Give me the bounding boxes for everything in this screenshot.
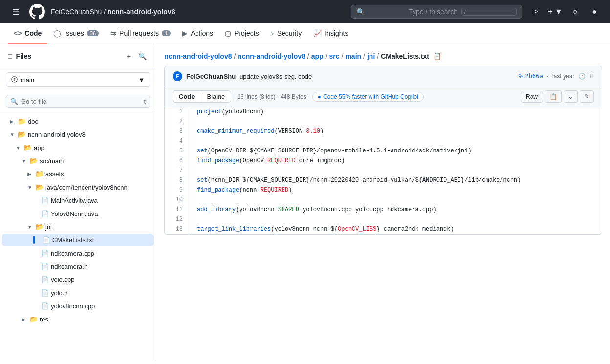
code-toolbar: Code Blame 13 lines (8 loc) · 448 Bytes … <box>165 86 602 107</box>
tree-item-java[interactable]: ▼ 📂 java/com/tencent/yolov8ncnn <box>2 181 154 193</box>
tree-item-assets[interactable]: ▶ 📁 assets <box>2 168 154 180</box>
search-placeholder: Type / to search <box>409 8 458 16</box>
code-content: 1 project(yolov8ncnn) 2 3 cmake_minimum_… <box>165 107 602 234</box>
code-line-7: 7 <box>165 166 602 175</box>
line-code: add_library(yolov8ncnn SHARED yolov8ncnn… <box>189 205 602 214</box>
tab-pr-label: Pull requests <box>119 29 159 37</box>
line-code: find_package(OpenCV REQUIRED core imgpro… <box>189 156 602 166</box>
repo-name[interactable]: ncnn-android-yolov8 <box>108 8 175 16</box>
chevron-down-icon: ▼ <box>138 76 145 84</box>
notifications-button[interactable]: ○ <box>567 4 583 20</box>
copilot-label: Code 55% faster with GitHub Copilot <box>323 93 418 100</box>
breadcrumb-current: CMakeLists.txt <box>381 52 429 60</box>
tab-code[interactable]: <> Code <box>8 23 47 44</box>
line-number: 6 <box>165 156 189 166</box>
search-file-button[interactable]: 🔍 <box>136 50 148 62</box>
code-line-5: 5 set(OpenCV_DIR ${CMAKE_SOURCE_DIR}/ope… <box>165 146 602 156</box>
edit-button[interactable]: ✎ <box>580 90 594 103</box>
search-icon: 🔍 <box>356 8 406 16</box>
code-meta: 13 lines (8 loc) · 448 Bytes <box>237 93 306 100</box>
terminal-button[interactable]: > <box>528 4 544 20</box>
tree-item-yolov8ncnn-cpp[interactable]: 📄 yolov8ncnn.cpp <box>2 300 154 312</box>
hamburger-button[interactable]: ☰ <box>8 4 23 20</box>
tree-item-cmakelists[interactable]: 📄 CMakeLists.txt <box>2 234 154 246</box>
copilot-icon: ● <box>318 93 321 100</box>
download-button[interactable]: ⇓ <box>564 90 578 103</box>
active-indicator <box>33 236 35 244</box>
content-area: ncnn-android-yolov8 / ncnn-android-yolov… <box>156 44 610 361</box>
tree-item-yolo-h[interactable]: 📄 yolo.h <box>2 286 154 299</box>
tab-actions[interactable]: ▶ Actions <box>176 23 219 44</box>
tree-item-res[interactable]: ▶ 📁 res <box>2 313 154 325</box>
tree-item-ndkcamera-h[interactable]: 📄 ndkcamera.h <box>2 260 154 273</box>
chevron-right-icon: ▶ <box>10 119 16 124</box>
line-code: project(yolov8ncnn) <box>189 107 602 117</box>
tree-item-label: ncnn-android-yolov8 <box>28 131 86 138</box>
line-code: set(ncnn_DIR ${CMAKE_SOURCE_DIR}/ncnn-20… <box>189 175 602 185</box>
breadcrumb-link-6[interactable]: jni <box>367 52 375 60</box>
tree-item-yolo-cpp[interactable]: 📄 yolo.cpp <box>2 273 154 286</box>
file-icon: 📄 <box>43 236 50 244</box>
copilot-badge[interactable]: ● Code 55% faster with GitHub Copilot <box>312 92 424 102</box>
line-code <box>189 117 602 127</box>
breadcrumb-link-2[interactable]: ncnn-android-yolov8 <box>238 52 305 60</box>
tab-blame-button[interactable]: Blame <box>201 90 232 103</box>
breadcrumb-link-1[interactable]: ncnn-android-yolov8 <box>164 52 232 60</box>
file-search-icon: 🔍 <box>10 98 18 105</box>
sidebar-header: □ Files + 🔍 <box>0 44 156 68</box>
line-number: 11 <box>165 205 189 214</box>
top-navigation: ☰ FeiGeChuanShu / ncnn-android-yolov8 🔍 … <box>0 0 610 23</box>
line-code: target_link_libraries(yolov8ncnn ncnn ${… <box>189 224 602 234</box>
plus-button[interactable]: + ▼ <box>547 4 563 20</box>
tree-item-label: yolo.cpp <box>51 276 74 283</box>
commit-hash[interactable]: 9c2b66a <box>518 73 543 80</box>
folder-icon: 📁 <box>35 170 44 178</box>
chevron-right-icon: ▶ <box>27 171 33 177</box>
add-file-button[interactable]: + <box>123 50 134 62</box>
tab-code-button[interactable]: Code <box>173 90 201 103</box>
tab-pull-requests[interactable]: ⇆ Pull requests 1 <box>105 23 176 44</box>
line-number: 13 <box>165 224 189 234</box>
breadcrumb-link-4[interactable]: src <box>329 52 339 60</box>
copy-button[interactable]: 📋 <box>545 90 562 103</box>
history-label[interactable]: H <box>589 73 594 80</box>
user-menu-button[interactable]: ● <box>587 4 602 20</box>
actions-icon: ▶ <box>182 29 188 37</box>
breadcrumb: ncnn-android-yolov8 / ncnn-android-yolov… <box>164 52 602 60</box>
tree-item-label: ndkcamera.h <box>51 263 87 270</box>
tree-item-yolov8ncnn-java[interactable]: 📄 Yolov8Ncnn.java <box>2 207 154 220</box>
tab-insights[interactable]: 📈 Insights <box>307 23 354 44</box>
commit-author[interactable]: FeiGeChuanShu <box>186 73 236 80</box>
code-actions: Raw 📋 ⇓ ✎ <box>521 90 594 103</box>
line-number: 3 <box>165 127 189 136</box>
tree-item-ndkcamera-cpp[interactable]: 📄 ndkcamera.cpp <box>2 247 154 259</box>
line-code <box>189 136 602 146</box>
tree-item-doc[interactable]: ▶ 📁 doc <box>2 115 154 128</box>
tab-actions-label: Actions <box>191 29 213 37</box>
tab-projects[interactable]: ▢ Projects <box>219 23 265 44</box>
tree-item-ncnn-yolov8[interactable]: ▼ 📂 ncnn-android-yolov8 <box>2 128 154 141</box>
copy-path-icon[interactable]: 📋 <box>433 52 441 60</box>
tree-item-src-main[interactable]: ▼ 📂 src/main <box>2 154 154 167</box>
go-to-file-input[interactable] <box>21 98 141 105</box>
tab-security[interactable]: ▹ Security <box>265 23 308 44</box>
code-stats: 13 lines (8 loc) · 448 Bytes <box>237 93 306 100</box>
breadcrumb-link-5[interactable]: main <box>345 52 361 60</box>
search-bar[interactable]: 🔍 Type / to search / <box>351 5 522 19</box>
breadcrumb-link-3[interactable]: app <box>311 52 324 60</box>
raw-button[interactable]: Raw <box>521 91 543 103</box>
folder-open-icon: 📂 <box>29 157 38 165</box>
file-icon: 📄 <box>41 263 49 270</box>
projects-icon: ▢ <box>225 29 231 37</box>
code-tabs: Code Blame <box>173 90 231 103</box>
line-code: set(OpenCV_DIR ${CMAKE_SOURCE_DIR}/openc… <box>189 146 602 156</box>
repo-owner[interactable]: FeiGeChuanShu <box>51 8 102 16</box>
tab-issues[interactable]: ◯ Issues 36 <box>47 23 105 44</box>
commit-time: last year <box>552 73 574 80</box>
tree-item-mainactivity[interactable]: 📄 MainActivity.java <box>2 194 154 207</box>
tree-item-app[interactable]: ▼ 📂 app <box>2 141 154 154</box>
tree-item-label: Yolov8Ncnn.java <box>51 210 98 217</box>
tree-item-jni[interactable]: ▼ 📂 jni <box>2 220 154 233</box>
branch-selector[interactable]: ⓡ main ▼ <box>6 72 150 87</box>
chevron-down-icon: ▼ <box>10 132 16 137</box>
